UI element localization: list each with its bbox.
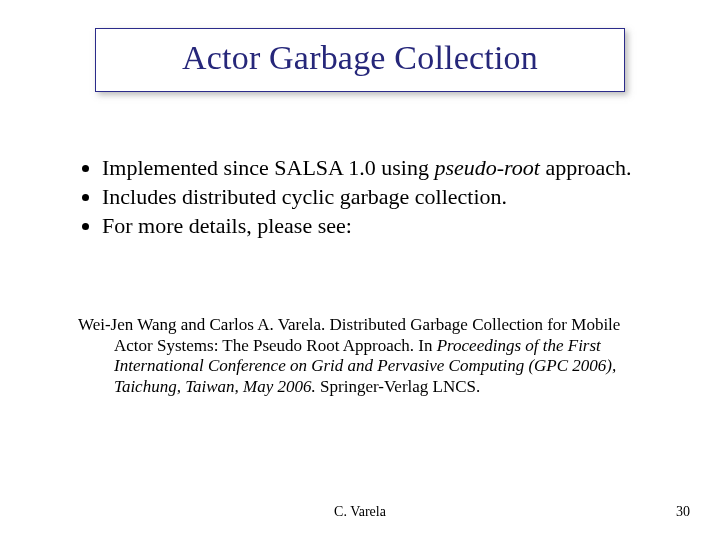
reference-block: Wei-Jen Wang and Carlos A. Varela. Distr… xyxy=(78,315,653,398)
slide-title: Actor Garbage Collection xyxy=(96,39,624,77)
bullet-list: Implemented since SALSA 1.0 using pseudo… xyxy=(78,155,648,239)
ref-tail: Springer-Verlag LNCS. xyxy=(316,377,480,396)
title-box: Actor Garbage Collection xyxy=(95,28,625,92)
reference-text: Wei-Jen Wang and Carlos A. Varela. Distr… xyxy=(78,315,653,398)
bullet-text: For more details, please see: xyxy=(102,213,352,238)
bullet-text: Includes distributed cyclic garbage coll… xyxy=(102,184,507,209)
bullet-text: Implemented since SALSA 1.0 using xyxy=(102,155,434,180)
bullet-text-post: approach. xyxy=(540,155,632,180)
footer-author: C. Varela xyxy=(0,504,720,520)
list-item: Implemented since SALSA 1.0 using pseudo… xyxy=(102,155,648,182)
body: Implemented since SALSA 1.0 using pseudo… xyxy=(78,155,648,241)
bullet-em: pseudo-root xyxy=(434,155,540,180)
footer-page-number: 30 xyxy=(676,504,690,520)
list-item: Includes distributed cyclic garbage coll… xyxy=(102,184,648,211)
slide: Actor Garbage Collection Implemented sin… xyxy=(0,0,720,540)
list-item: For more details, please see: xyxy=(102,213,648,240)
